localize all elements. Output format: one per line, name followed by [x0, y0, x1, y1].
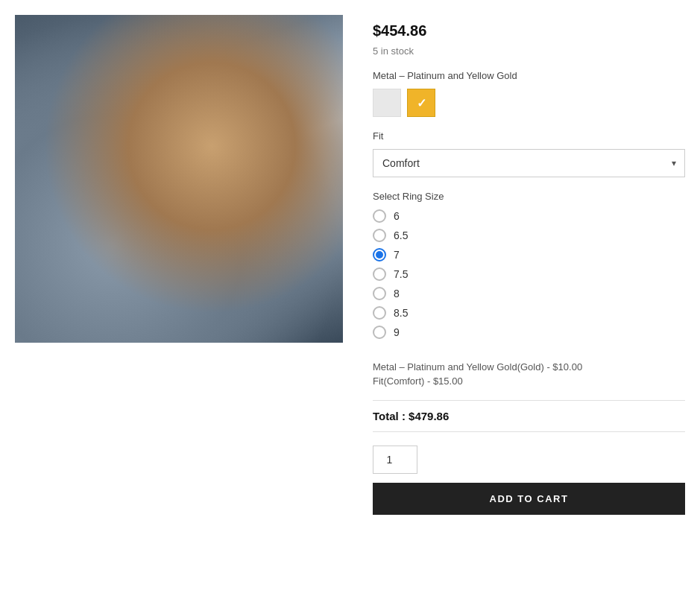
- ring-size-label: Select Ring Size: [373, 191, 685, 202]
- add-to-cart-button[interactable]: ADD TO CART: [373, 483, 685, 515]
- ring-size-7[interactable]: 7: [373, 248, 685, 261]
- ring-size-8-5[interactable]: 8.5: [373, 306, 685, 320]
- ring-size-7-label: 7: [394, 249, 400, 261]
- ring-size-section: Select Ring Size 6 6.5 7: [373, 191, 685, 339]
- radio-9[interactable]: [373, 326, 386, 339]
- ring-size-7-5[interactable]: 7.5: [373, 267, 685, 281]
- product-details: $454.86 5 in stock Metal – Platinum and …: [373, 15, 685, 515]
- fit-label: Fit: [373, 130, 685, 142]
- fit-select-wrapper: Comfort Standard ▾: [373, 149, 685, 177]
- quantity-add-section: ADD TO CART: [373, 446, 685, 515]
- fit-section: Fit Comfort Standard ▾: [373, 130, 685, 177]
- ring-size-6[interactable]: 6: [373, 209, 685, 223]
- product-image: [15, 15, 343, 343]
- page-container: $454.86 5 in stock Metal – Platinum and …: [0, 0, 700, 596]
- product-image-inner: [15, 15, 343, 343]
- radio-7-inner: [376, 251, 383, 259]
- quantity-input[interactable]: [373, 446, 417, 474]
- ring-size-8-5-label: 8.5: [394, 307, 408, 319]
- price-breakdown: Metal – Platinum and Yellow Gold(Gold) -…: [373, 354, 685, 390]
- metal-label: Metal – Platinum and Yellow Gold: [373, 70, 685, 81]
- ring-size-9[interactable]: 9: [373, 326, 685, 339]
- stock-info: 5 in stock: [373, 45, 685, 57]
- metal-options: ✓: [373, 89, 685, 117]
- radio-8-5[interactable]: [373, 306, 386, 320]
- ring-size-8[interactable]: 8: [373, 287, 685, 300]
- total-section: Total : $479.86: [373, 400, 685, 432]
- fit-select[interactable]: Comfort Standard: [373, 149, 685, 177]
- metal-section: Metal – Platinum and Yellow Gold ✓: [373, 70, 685, 117]
- radio-6[interactable]: [373, 209, 386, 223]
- ring-size-9-label: 9: [394, 326, 400, 338]
- ring-size-6-5[interactable]: 6.5: [373, 229, 685, 242]
- gold-checkmark: ✓: [417, 96, 426, 110]
- product-image-container: [15, 15, 343, 343]
- ring-size-options: 6 6.5 7 7.5 8: [373, 209, 685, 339]
- total-label: Total : $479.86: [373, 410, 449, 422]
- metal-swatch-platinum[interactable]: [373, 89, 401, 117]
- metal-swatch-gold[interactable]: ✓: [407, 89, 435, 117]
- price-line-1: Metal – Platinum and Yellow Gold(Gold) -…: [373, 361, 685, 372]
- radio-6-5[interactable]: [373, 229, 386, 242]
- product-price: $454.86: [373, 22, 685, 39]
- ring-size-6-label: 6: [394, 210, 400, 222]
- price-line-2: Fit(Comfort) - $15.00: [373, 375, 685, 387]
- radio-7[interactable]: [373, 248, 386, 261]
- ring-size-8-label: 8: [394, 288, 400, 299]
- ring-size-6-5-label: 6.5: [394, 229, 408, 241]
- radio-7-5[interactable]: [373, 267, 386, 281]
- ring-size-7-5-label: 7.5: [394, 268, 408, 280]
- radio-8[interactable]: [373, 287, 386, 300]
